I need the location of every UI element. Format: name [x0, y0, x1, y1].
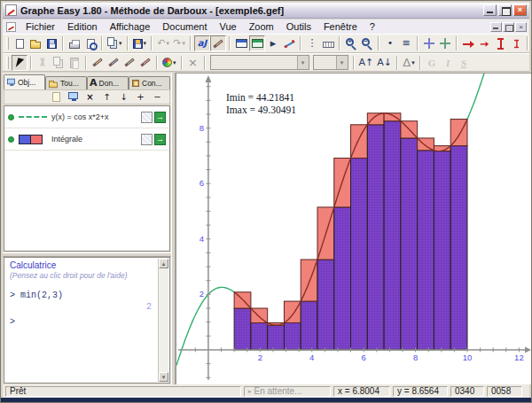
y-tick-label: 6 [200, 178, 204, 188]
mdi-minimize-button[interactable] [490, 22, 502, 32]
object-show-button[interactable]: → [154, 134, 166, 145]
menu-item-zoom[interactable]: Zoom [243, 20, 280, 33]
print-button[interactable] [66, 35, 82, 51]
open-file-button[interactable] [27, 35, 43, 51]
tab-tou[interactable]: Tou... [45, 76, 87, 89]
object-options-button[interactable] [141, 112, 153, 123]
visibility-bullet-icon[interactable] [8, 136, 14, 143]
italic-button[interactable]: I [440, 55, 456, 71]
label-style-button[interactable] [137, 55, 153, 71]
object-show-button[interactable]: → [154, 112, 166, 123]
underline-button[interactable]: S [456, 55, 472, 71]
grid-button[interactable]: ⋮ [304, 35, 320, 51]
font-family-select[interactable]: ▾ [210, 55, 309, 70]
pen-edit-button[interactable] [210, 35, 226, 51]
text-color-button[interactable]: Δ▾ [401, 55, 417, 71]
shrink-x-button[interactable] [476, 35, 492, 51]
zoom-in-button[interactable] [343, 35, 359, 51]
copy-image-button[interactable]: ▾ [106, 35, 124, 51]
show-item-button[interactable] [66, 91, 80, 104]
mdi-close-button[interactable]: × [515, 22, 527, 32]
font-decrease-button[interactable]: A↓ [375, 55, 394, 71]
visibility-bullet-icon[interactable] [8, 114, 14, 120]
integral-swatch [19, 135, 47, 144]
zoom-out-button[interactable] [359, 35, 375, 51]
print-preview-button[interactable] [82, 35, 98, 51]
trace-curve-button[interactable] [281, 35, 297, 51]
paste-button[interactable] [66, 55, 82, 71]
color-palette-button[interactable]: ▾ [160, 55, 178, 71]
panels-view-button[interactable] [233, 35, 249, 51]
status-y-coord-text: y = 8.6564 [397, 386, 439, 396]
calculator-scrollbar[interactable]: ▲▼ [158, 259, 168, 382]
new-file-button[interactable] [12, 35, 27, 51]
scroll-down-icon[interactable]: ▼ [159, 372, 168, 382]
tab-obj[interactable]: Obj... [4, 74, 45, 89]
application-window: Graphe Easy 1.80 - Méthode de Darboux - … [0, 0, 532, 403]
add-label-button[interactable]: ≡ [398, 35, 414, 51]
chevron-down-icon: ▾ [173, 59, 176, 66]
document-icon[interactable] [6, 22, 16, 32]
ruler-button[interactable] [320, 35, 336, 51]
delete-item-button[interactable]: × [83, 91, 97, 104]
stretch-x-button[interactable] [460, 35, 476, 51]
fit-axes-button[interactable] [437, 35, 453, 51]
new-item-button[interactable] [50, 91, 63, 104]
delete-object-button[interactable]: × [185, 55, 201, 71]
point-style-button[interactable] [121, 55, 137, 71]
fill-style-button[interactable] [106, 55, 121, 71]
menu-item-affichage[interactable]: Affichage [104, 20, 157, 33]
status-x-coord-text: x = 6.8004 [338, 386, 379, 396]
chevron-down-icon: ▾ [119, 40, 122, 47]
cut-button[interactable] [35, 55, 51, 71]
center-origin-button[interactable] [421, 35, 437, 51]
mdi-restore-button[interactable] [503, 22, 514, 32]
text-edit-button[interactable]: aJ [194, 35, 210, 51]
collapse-button[interactable]: − [151, 91, 164, 104]
select-pointer-button[interactable] [12, 55, 27, 71]
font-increase-button[interactable]: A↑ [357, 55, 376, 71]
close-button[interactable]: × [513, 4, 527, 16]
object-options-button[interactable] [141, 134, 153, 145]
play-icon: ▸ [270, 38, 277, 49]
calculator-prompt[interactable]: > [10, 317, 155, 327]
menu-item-fentre[interactable]: Fenêtre [317, 20, 364, 33]
add-point-button[interactable]: • [382, 35, 398, 51]
restore-button[interactable] [498, 4, 512, 16]
menu-item-?[interactable]: ? [364, 20, 381, 33]
font-size-select[interactable]: ▾ [313, 55, 348, 70]
scroll-up-icon[interactable]: ▲ [159, 259, 168, 268]
move-down-button[interactable]: ↓ [117, 91, 130, 104]
tab-con[interactable]: Con... [129, 76, 170, 89]
export-image-button[interactable]: ▾ [131, 35, 149, 51]
menu-item-document[interactable]: Document [156, 20, 213, 33]
animate-button[interactable]: ▸ [265, 35, 281, 51]
save-floppy-icon [47, 39, 57, 49]
lower-sum-bar [284, 322, 301, 349]
menu-item-vue[interactable]: Vue [213, 20, 242, 33]
redo-button[interactable]: ↷▾ [171, 35, 187, 51]
list-item[interactable]: Intégrale→ [4, 128, 169, 151]
toolbar-grip[interactable] [6, 37, 9, 50]
list-item[interactable]: y(x) = cos x*2+x→ [4, 106, 169, 128]
menu-item-fichier[interactable]: Fichier [20, 20, 61, 33]
integral-annotation: Imin = 44.21841 [226, 92, 294, 103]
menu-item-outils[interactable]: Outils [280, 20, 317, 33]
undo-button[interactable]: ↶▾ [155, 35, 171, 51]
shrink-y-button[interactable] [508, 35, 524, 51]
graph-area[interactable]: 246810122468Imin = 44.21841Imax = 49.304… [176, 73, 531, 384]
copy-button[interactable] [51, 55, 66, 71]
move-up-button[interactable]: ↑ [100, 91, 113, 104]
darboux-plot[interactable]: 246810122468Imin = 44.21841Imax = 49.304… [176, 74, 532, 385]
graph-view-button[interactable] [249, 35, 265, 51]
minimize-button[interactable] [483, 4, 497, 16]
status-y-coord: y = 8.6564 [393, 386, 448, 397]
menu-item-edition[interactable]: Edition [61, 20, 104, 33]
bold-button[interactable]: G [424, 55, 440, 71]
toolbar-grip[interactable] [6, 57, 9, 69]
expand-button[interactable]: + [134, 91, 147, 104]
line-style-button[interactable] [90, 55, 106, 71]
stretch-y-button[interactable] [492, 35, 508, 51]
save-file-button[interactable] [43, 35, 59, 51]
tab-don[interactable]: ADon... [87, 76, 129, 89]
